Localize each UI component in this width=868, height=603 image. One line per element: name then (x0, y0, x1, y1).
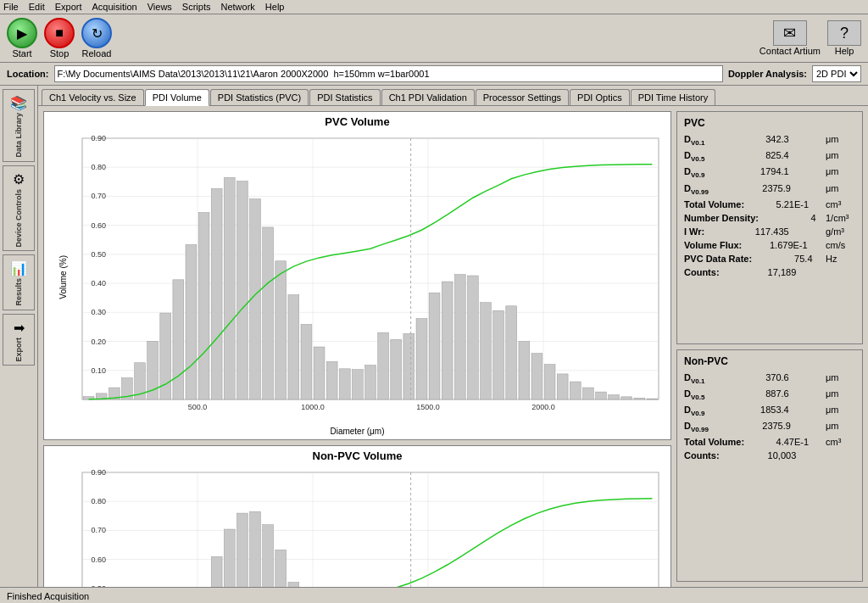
help-button[interactable]: ? Help (827, 20, 861, 56)
results-label: Results (14, 278, 23, 306)
toolbar: ▶ Start ■ Stop ↻ Reload ✉ Contact Artium… (0, 14, 868, 63)
device-controls-icon: ⚙ (13, 171, 25, 187)
nonpvc-dv01-row: DV0.1 370.6 μm (684, 372, 855, 385)
sidebar-item-export[interactable]: ➡ Export (3, 314, 35, 366)
nonpvc-counts-row: Counts: 10,003 (684, 450, 855, 461)
nonpvc-dv05-label: DV0.5 (684, 388, 704, 401)
tab-pdi-optics[interactable]: PDI Optics (570, 89, 630, 105)
results-icon: 📊 (10, 260, 27, 276)
stop-label: Stop (50, 48, 70, 59)
pvc-dv01-label: DV0.1 (684, 134, 704, 147)
data-library-icon: 📚 (10, 95, 27, 111)
pvc-counts-label: Counts: (684, 267, 720, 277)
contact-button[interactable]: ✉ Contact Artium (760, 20, 821, 56)
pvc-lwf-value: 117.435 (738, 226, 789, 237)
pvc-dv01-value: 342.3 (738, 134, 789, 144)
contact-icon: ✉ (773, 20, 807, 46)
menu-acquisition[interactable]: Acquisition (92, 2, 137, 12)
content: Ch1 Velocity vs. Size PDI Volume PDI Sta… (38, 86, 868, 587)
tab-ch1-velocity[interactable]: Ch1 Velocity vs. Size (42, 89, 144, 105)
nonpvc-total-volume-row: Total Volume: 4.47E-1 cm³ (684, 437, 855, 447)
tab-pdi-volume[interactable]: PDI Volume (145, 89, 209, 106)
nonpvc-dv09-value: 1853.4 (738, 405, 789, 415)
sidebar-item-data-library[interactable]: 📚 Data Library (3, 89, 35, 162)
pvc-dv099-label: DV0.99 (684, 183, 709, 196)
sidebar-item-results[interactable]: 📊 Results (3, 254, 35, 310)
main: 📚 Data Library ⚙ Device Controls 📊 Resul… (0, 86, 868, 587)
pvc-number-density-label: Number Density: (684, 213, 759, 223)
pvc-data-rate-unit: Hz (826, 254, 855, 264)
menu-edit[interactable]: Edit (29, 2, 45, 12)
pvc-total-volume-row: Total Volume: 5.21E-1 cm³ (684, 199, 855, 209)
pvc-counts-row: Counts: 17,189 (684, 267, 855, 277)
help-label: Help (835, 46, 854, 56)
pvc-lwf-label: I Wr: (684, 226, 704, 237)
device-controls-label: Device Controls (14, 189, 23, 248)
reload-button[interactable]: ↻ (81, 18, 112, 48)
pvc-dv099-unit: μm (826, 183, 855, 193)
doppler-label: Doppler Analysis: (728, 69, 807, 79)
nonpvc-dv01-unit: μm (826, 372, 855, 382)
help-icon: ? (827, 20, 861, 46)
nonpvc-dv09-row: DV0.9 1853.4 μm (684, 405, 855, 417)
tab-pdi-time-history[interactable]: PDI Time History (631, 89, 716, 105)
pvc-dv099-row: DV0.99 2375.9 μm (684, 183, 855, 196)
menu-scripts[interactable]: Scripts (182, 2, 211, 12)
reload-group: ↻ Reload (81, 18, 112, 59)
start-button[interactable]: ▶ (7, 18, 37, 48)
nonpvc-counts-label: Counts: (684, 450, 720, 461)
export-label: Export (14, 338, 23, 362)
tab-ch1-pdi-validation[interactable]: Ch1 PDI Validation (381, 89, 475, 105)
nonpvc-total-volume-label: Total Volume: (684, 437, 744, 447)
pvc-total-volume-label: Total Volume: (684, 199, 744, 209)
nonpvc-dv05-unit: μm (826, 388, 855, 399)
pvc-number-density-row: Number Density: 4 1/cm³ (684, 213, 855, 223)
pvc-dv09-unit: μm (826, 166, 855, 176)
pvc-dv05-label: DV0.5 (684, 150, 704, 163)
pvc-dv09-value: 1794.1 (738, 166, 789, 176)
pvc-data-rate-value: 75.4 (762, 254, 813, 264)
nonpvc-stats-panel: Non-PVC DV0.1 370.6 μm DV0.5 887.6 μm DV… (676, 349, 863, 583)
pvc-stats-title: PVC (684, 117, 855, 129)
pvc-volume-flux-label: Volume Flux: (684, 240, 742, 250)
nonpvc-dv09-label: DV0.9 (684, 405, 704, 417)
pvc-volume-flux-unit: cm/s (826, 240, 855, 250)
pvc-chart-canvas (78, 130, 667, 425)
nonpvc-total-volume-unit: cm³ (826, 437, 855, 447)
nonpvc-dv099-value: 2375.9 (740, 421, 791, 431)
pvc-volume-flux-value: 1.679E-1 (757, 240, 808, 250)
start-label: Start (12, 48, 31, 59)
location-input[interactable] (54, 65, 723, 82)
pvc-chart-title: PVC Volume (47, 115, 667, 128)
pvc-dv01-row: DV0.1 342.3 μm (684, 134, 855, 147)
pvc-chart-container: PVC Volume Volume (%) Diameter (μm) (43, 111, 671, 440)
pvc-number-density-value: 4 (765, 213, 816, 223)
charts-column: PVC Volume Volume (%) Diameter (μm) Non-… (43, 111, 671, 582)
pvc-dv01-unit: μm (826, 134, 855, 144)
pvc-dv05-unit: μm (826, 150, 855, 160)
tab-processor-settings[interactable]: Processor Settings (476, 89, 569, 105)
menu-help[interactable]: Help (265, 2, 285, 12)
tab-pdi-stats-pvc[interactable]: PDI Statistics (PVC) (210, 89, 309, 105)
contact-label: Contact Artium (760, 46, 821, 56)
stop-button[interactable]: ■ (44, 18, 75, 48)
nonpvc-stats-title: Non-PVC (684, 355, 855, 367)
statusbar: Finished Acquisition (0, 587, 868, 603)
nonpvc-dv05-value: 887.6 (738, 388, 789, 399)
pvc-dv09-row: DV0.9 1794.1 μm (684, 166, 855, 179)
stats-column: PVC DV0.1 342.3 μm DV0.5 825.4 μm DV0.9 … (676, 111, 863, 582)
nonpvc-dv09-unit: μm (826, 405, 855, 415)
menu-export[interactable]: Export (55, 2, 82, 12)
pvc-ylabel: Volume (%) (58, 255, 68, 299)
pvc-dv05-row: DV0.5 825.4 μm (684, 150, 855, 163)
menu-views[interactable]: Views (147, 2, 172, 12)
menu-file[interactable]: File (3, 2, 19, 12)
doppler-select[interactable]: 2D PDI (812, 65, 861, 82)
pvc-volume-flux-row: Volume Flux: 1.679E-1 cm/s (684, 240, 855, 250)
stop-group: ■ Stop (44, 18, 75, 59)
tab-pdi-statistics[interactable]: PDI Statistics (309, 89, 380, 105)
nonpvc-dv099-row: DV0.99 2375.9 μm (684, 421, 855, 433)
menubar: File Edit Export Acquisition Views Scrip… (0, 0, 868, 14)
sidebar-item-device-controls[interactable]: ⚙ Device Controls (3, 165, 35, 252)
menu-network[interactable]: Network (220, 2, 254, 12)
